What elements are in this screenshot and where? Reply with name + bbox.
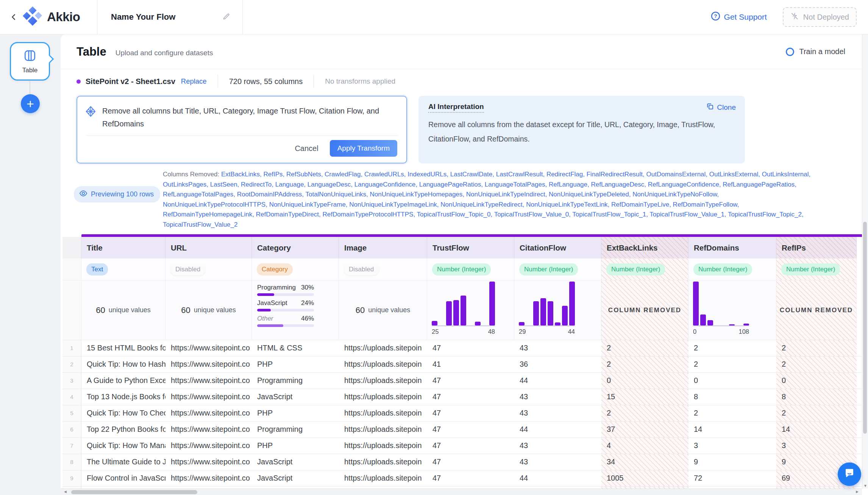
cell-ExtBackLinks: 37 — [601, 422, 688, 437]
removed-column-link[interactable]: TopicalTrustFlow_Value_1, — [649, 211, 728, 218]
cell-TrustFlow: 47 — [427, 438, 514, 454]
column-header-Title[interactable]: Title — [81, 237, 165, 258]
column-header-ExtBackLinks[interactable]: ExtBackLinks — [601, 237, 688, 258]
removed-column-link[interactable]: NonUniqueLinkTypeNoFollow, — [632, 191, 719, 198]
removed-column-link[interactable]: RedirectFlag, — [546, 171, 587, 178]
type-badge-Image[interactable]: Disabled — [344, 263, 379, 276]
train-model-button[interactable]: Train a model — [786, 47, 845, 56]
removed-column-link[interactable]: TopicalTrustFlow_Topic_2, — [728, 211, 804, 218]
column-header-TrustFlow[interactable]: TrustFlow — [427, 237, 514, 258]
cell-Category: JavaScript — [252, 470, 339, 486]
removed-column-link[interactable]: NonUniqueLinkTypeHomepages, — [370, 191, 466, 198]
flow-name[interactable]: Name Your Flow — [111, 12, 175, 22]
removed-column-link[interactable]: RefSubNets, — [286, 171, 325, 178]
table-node[interactable]: Table — [10, 42, 50, 81]
removed-column-link[interactable]: OutLinksInternal, — [762, 171, 811, 178]
chat-widget-button[interactable] — [838, 462, 861, 486]
cell-URL: https://www.sitepoint.co — [165, 356, 252, 372]
cancel-button[interactable]: Cancel — [295, 144, 318, 153]
horizontal-scrollbar[interactable]: ◄ ► — [61, 489, 862, 495]
transform-editor[interactable]: Remove all columns but Title, URL, Categ… — [76, 96, 407, 163]
removed-column-link[interactable]: RefDomainTypeHomepageLink, — [163, 211, 256, 218]
vertical-scroll-thumb[interactable] — [863, 222, 867, 434]
removed-column-link[interactable]: NonUniqueLinkTypeProtocolHTTPS, — [163, 201, 269, 208]
removed-column-link[interactable]: CrawledFlag, — [325, 171, 364, 178]
removed-column-link[interactable]: TopicalTrustFlow_Value_0, — [494, 211, 573, 218]
removed-column-link[interactable]: OutLinksExternal, — [709, 171, 762, 178]
removed-column-link[interactable]: RefDomainTypeDirect, — [256, 211, 323, 218]
column-header-Image[interactable]: Image — [339, 237, 427, 258]
removed-column-link[interactable]: FinalRedirectResult, — [587, 171, 646, 178]
back-chevron-icon[interactable] — [10, 12, 18, 22]
column-header-CitationFlow[interactable]: CitationFlow — [514, 237, 601, 258]
horizontal-scroll-thumb[interactable] — [71, 490, 197, 494]
get-support-link[interactable]: ? Get Support — [711, 0, 767, 34]
removed-column-link[interactable]: LanguageConfidence, — [354, 181, 419, 188]
removed-column-link[interactable]: LanguagePageRatios, — [419, 181, 485, 188]
type-badge-URL[interactable]: Disabled — [170, 263, 205, 276]
removed-column-link[interactable]: RefDomainTypeProtocolHTTPS, — [322, 211, 417, 218]
removed-column-link[interactable]: OutLinksPages, — [163, 181, 210, 188]
removed-column-link[interactable]: TotalNonUniqueLinks, — [305, 191, 370, 198]
type-badge-TrustFlow[interactable]: Number (Integer) — [432, 263, 491, 276]
removed-column-link[interactable]: TopicalTrustFlow_Topic_0, — [417, 211, 494, 218]
column-header-URL[interactable]: URL — [165, 237, 252, 258]
removed-column-link[interactable]: LastCrawlResult, — [496, 171, 546, 178]
removed-column-link[interactable]: LastCrawlDate, — [450, 171, 496, 178]
column-header-Category[interactable]: Category — [252, 237, 339, 258]
removed-column-link[interactable]: OutDomainsExternal, — [646, 171, 709, 178]
type-badge-Title[interactable]: Text — [86, 263, 108, 276]
removed-column-link[interactable]: RootDomainIPAddress, — [237, 191, 306, 198]
cell-Title: 15 Best HTML Books for — [81, 340, 165, 356]
removed-column-link[interactable]: NonUniqueLinkTypeIndirect, — [466, 191, 549, 198]
removed-column-link[interactable]: ExtBackLinks, — [221, 171, 264, 178]
scroll-left-arrow[interactable]: ◄ — [63, 489, 67, 494]
removed-column-link[interactable]: NonUniqueLinkTypeDeleted, — [549, 191, 632, 198]
removed-column-link[interactable]: RedirectTo, — [241, 181, 275, 188]
dataset-name: SitePoint v2 - Sheet1.csv — [86, 77, 175, 86]
vertical-scrollbar[interactable]: ▼ — [862, 34, 868, 489]
removed-column-link[interactable]: NonUniqueLinkTypeFrame, — [269, 201, 350, 208]
removed-column-link[interactable]: RefLanguage, — [549, 181, 591, 188]
removed-column-link[interactable]: RefLanguageConfidence, — [648, 181, 723, 188]
removed-column-link[interactable]: NonUniqueLinkTypeTextLink, — [526, 201, 611, 208]
removed-column-link[interactable]: RefLanguageTotalPages, — [163, 191, 237, 198]
removed-column-link[interactable]: RefLanguageDesc, — [591, 181, 648, 188]
removed-column-link[interactable]: CrawledURLs, — [364, 171, 407, 178]
category-distribution-Programming: Programming30% — [257, 284, 314, 296]
type-cell-URL: Disabled — [165, 258, 252, 280]
apply-transform-button[interactable]: Apply Transform — [330, 140, 397, 157]
edit-pencil-icon[interactable] — [222, 12, 230, 22]
type-badge-RefIPs[interactable]: Number (Integer) — [781, 263, 840, 276]
removed-column-link[interactable]: IndexedURLs, — [407, 171, 450, 178]
removed-column-link[interactable]: NonUniqueLinkTypeRedirect, — [440, 201, 526, 208]
replace-dataset-link[interactable]: Replace — [181, 77, 207, 86]
removed-column-link[interactable]: Language, — [275, 181, 308, 188]
removed-column-link[interactable]: NonUniqueLinkTypeImageLink, — [349, 201, 440, 208]
transform-prompt-input[interactable]: Remove all columns but Title, URL, Categ… — [102, 105, 398, 130]
removed-column-link[interactable]: RefDomainTypeLive, — [611, 201, 673, 208]
type-badge-ExtBackLinks[interactable]: Number (Integer) — [606, 263, 665, 276]
cell-TrustFlow: 47 — [427, 389, 514, 405]
type-badge-RefDomains[interactable]: Number (Integer) — [693, 263, 752, 276]
clone-button[interactable]: Clone — [706, 103, 736, 112]
type-badge-Category[interactable]: Category — [257, 263, 293, 276]
scroll-down-arrow[interactable]: ▼ — [863, 484, 867, 488]
removed-column-link[interactable]: RefDomainTypeFollow, — [673, 201, 739, 208]
removed-column-link[interactable]: LastSeen, — [210, 181, 241, 188]
type-badge-CitationFlow[interactable]: Number (Integer) — [519, 263, 578, 276]
removed-column-link[interactable]: RefLanguagePageRatios, — [723, 181, 796, 188]
removed-column-link[interactable]: LanguageDesc, — [308, 181, 354, 188]
unique-label: unique values — [109, 306, 151, 314]
column-header-RefIPs[interactable]: RefIPs — [776, 237, 857, 258]
removed-column-link[interactable]: LanguageTotalPages, — [485, 181, 549, 188]
cell-ExtBackLinks: 1005 — [601, 470, 688, 486]
scroll-right-arrow[interactable]: ► — [855, 489, 859, 494]
removed-column-link[interactable]: TopicalTrustFlow_Topic_1, — [572, 211, 649, 218]
add-step-button[interactable]: + — [21, 94, 40, 113]
removed-column-link[interactable]: TopicalTrustFlow_Value_2 — [163, 221, 237, 228]
not-deployed-button[interactable]: Not Deployed — [783, 7, 857, 27]
cell-CitationFlow: 44 — [514, 470, 601, 486]
column-header-RefDomains[interactable]: RefDomains — [688, 237, 776, 258]
removed-column-link[interactable]: RefIPs, — [264, 171, 286, 178]
